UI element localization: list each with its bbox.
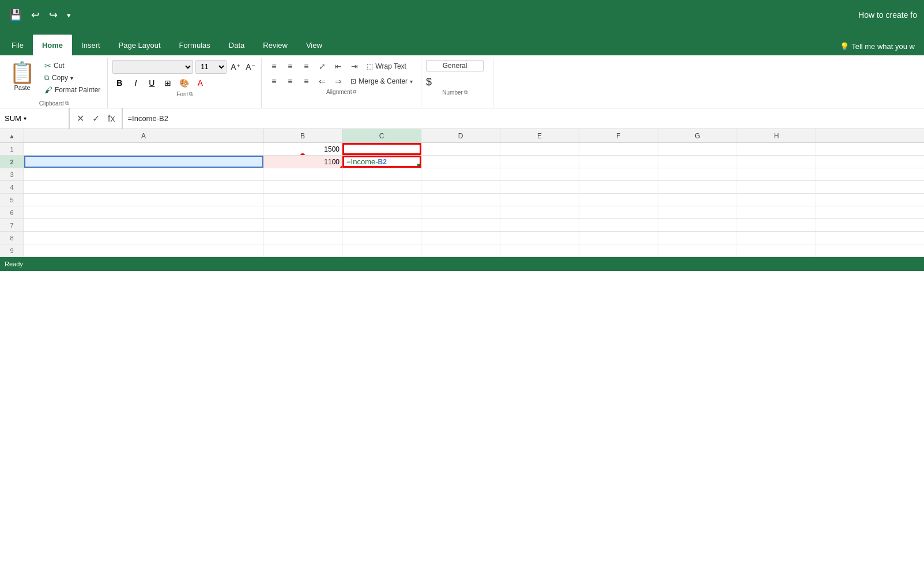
font-size-select[interactable]: 11 bbox=[195, 60, 227, 74]
cell-g2[interactable] bbox=[658, 156, 737, 168]
cell-e8[interactable] bbox=[500, 232, 579, 244]
align-middle-button[interactable]: ≡ bbox=[282, 60, 297, 73]
cell-f1[interactable] bbox=[579, 143, 658, 155]
cell-d4[interactable] bbox=[421, 181, 500, 193]
drag-handle[interactable] bbox=[417, 164, 421, 168]
number-expand-icon[interactable]: ⧉ bbox=[464, 89, 467, 96]
bold-button[interactable]: B bbox=[112, 76, 126, 90]
cell-g4[interactable] bbox=[658, 181, 737, 193]
name-box[interactable]: SUM ▾ bbox=[0, 108, 69, 129]
cell-e5[interactable] bbox=[500, 194, 579, 206]
cell-h6[interactable] bbox=[737, 206, 816, 218]
cell-d2[interactable] bbox=[421, 156, 500, 168]
indent-increase-button[interactable]: ⇥ bbox=[347, 60, 362, 73]
rtl-button[interactable]: ⇐ bbox=[315, 75, 330, 88]
formula-cancel-button[interactable]: ✕ bbox=[74, 112, 86, 125]
merge-dropdown-icon[interactable]: ▾ bbox=[410, 78, 413, 85]
cell-g8[interactable] bbox=[658, 232, 737, 244]
cell-f6[interactable] bbox=[579, 206, 658, 218]
font-expand-icon[interactable]: ⧉ bbox=[189, 91, 193, 97]
cell-a7[interactable] bbox=[24, 219, 263, 231]
cell-d5[interactable] bbox=[421, 194, 500, 206]
fill-color-button[interactable]: 🎨 bbox=[177, 76, 191, 90]
formula-confirm-button[interactable]: ✓ bbox=[90, 112, 102, 125]
ltr-button[interactable]: ⇒ bbox=[331, 75, 346, 88]
cell-h8[interactable] bbox=[737, 232, 816, 244]
cell-h4[interactable] bbox=[737, 181, 816, 193]
cell-a5[interactable] bbox=[24, 194, 263, 206]
cell-f2[interactable] bbox=[579, 156, 658, 168]
clipboard-expand-icon[interactable]: ⧉ bbox=[65, 100, 69, 107]
borders-button[interactable]: ⊞ bbox=[161, 76, 175, 90]
cell-f5[interactable] bbox=[579, 194, 658, 206]
cell-c8[interactable] bbox=[342, 232, 421, 244]
cell-b5[interactable] bbox=[263, 194, 342, 206]
align-left-button[interactable]: ≡ bbox=[266, 75, 281, 88]
italic-button[interactable]: I bbox=[129, 76, 142, 90]
cell-h3[interactable] bbox=[737, 168, 816, 180]
name-box-dropdown-icon[interactable]: ▾ bbox=[24, 115, 27, 122]
cell-b7[interactable] bbox=[263, 219, 342, 231]
cell-c5[interactable] bbox=[342, 194, 421, 206]
tell-me[interactable]: 💡 Tell me what you w bbox=[833, 37, 922, 55]
align-bottom-button[interactable]: ≡ bbox=[299, 60, 314, 73]
cell-e9[interactable] bbox=[500, 244, 579, 256]
cell-g7[interactable] bbox=[658, 219, 737, 231]
cell-a4[interactable] bbox=[24, 181, 263, 193]
cell-a8[interactable] bbox=[24, 232, 263, 244]
cell-g9[interactable] bbox=[658, 244, 737, 256]
number-format-display[interactable]: General bbox=[426, 60, 484, 71]
align-right-button[interactable]: ≡ bbox=[299, 75, 314, 88]
align-center-button[interactable]: ≡ bbox=[282, 75, 297, 88]
cell-a1[interactable] bbox=[24, 143, 263, 155]
cell-d7[interactable] bbox=[421, 219, 500, 231]
redo-icon[interactable]: ↪ bbox=[47, 6, 60, 24]
cell-h5[interactable] bbox=[737, 194, 816, 206]
cell-c6[interactable] bbox=[342, 206, 421, 218]
cell-b2[interactable]: 1100 bbox=[263, 156, 342, 168]
tab-view[interactable]: View bbox=[297, 35, 331, 55]
indent-decrease-button[interactable]: ⇤ bbox=[331, 60, 346, 73]
col-header-f[interactable]: F bbox=[579, 129, 658, 142]
cell-c1[interactable] bbox=[342, 143, 421, 155]
copy-button[interactable]: ⧉ Copy ▾ bbox=[42, 73, 103, 83]
more-icon[interactable]: ▾ bbox=[65, 9, 73, 22]
cell-f3[interactable] bbox=[579, 168, 658, 180]
cell-h2[interactable] bbox=[737, 156, 816, 168]
font-shrink-button[interactable]: A⁻ bbox=[244, 61, 257, 73]
font-grow-button[interactable]: A⁺ bbox=[229, 61, 242, 73]
cell-a9[interactable] bbox=[24, 244, 263, 256]
col-header-a[interactable]: A bbox=[24, 129, 263, 142]
col-header-c[interactable]: C bbox=[342, 129, 421, 142]
cell-b4[interactable] bbox=[263, 181, 342, 193]
cell-e4[interactable] bbox=[500, 181, 579, 193]
cell-a2[interactable]: 1100 bbox=[24, 156, 263, 168]
cell-a3[interactable] bbox=[24, 168, 263, 180]
cell-d8[interactable] bbox=[421, 232, 500, 244]
undo-icon[interactable]: ↩ bbox=[29, 6, 42, 24]
col-header-g[interactable]: G bbox=[658, 129, 737, 142]
orientation-button[interactable]: ⤢ bbox=[315, 60, 330, 73]
cell-e3[interactable] bbox=[500, 168, 579, 180]
col-header-e[interactable]: E bbox=[500, 129, 579, 142]
cell-c7[interactable] bbox=[342, 219, 421, 231]
merge-center-button[interactable]: ⊡ Merge & Center ▾ bbox=[347, 76, 416, 86]
alignment-expand-icon[interactable]: ⧉ bbox=[353, 89, 356, 95]
cell-f4[interactable] bbox=[579, 181, 658, 193]
cell-c4[interactable] bbox=[342, 181, 421, 193]
cell-b9[interactable] bbox=[263, 244, 342, 256]
tab-insert[interactable]: Insert bbox=[72, 35, 110, 55]
cell-a6[interactable] bbox=[24, 206, 263, 218]
cell-f7[interactable] bbox=[579, 219, 658, 231]
tab-page-layout[interactable]: Page Layout bbox=[110, 35, 170, 55]
cell-g5[interactable] bbox=[658, 194, 737, 206]
cut-button[interactable]: ✂ Cut bbox=[42, 60, 103, 71]
cell-c3[interactable] bbox=[342, 168, 421, 180]
tab-home[interactable]: Home bbox=[33, 35, 72, 55]
cell-g1[interactable] bbox=[658, 143, 737, 155]
cell-d1[interactable] bbox=[421, 143, 500, 155]
formula-input[interactable] bbox=[123, 108, 924, 129]
cell-g3[interactable] bbox=[658, 168, 737, 180]
cell-e2[interactable] bbox=[500, 156, 579, 168]
cell-h1[interactable] bbox=[737, 143, 816, 155]
